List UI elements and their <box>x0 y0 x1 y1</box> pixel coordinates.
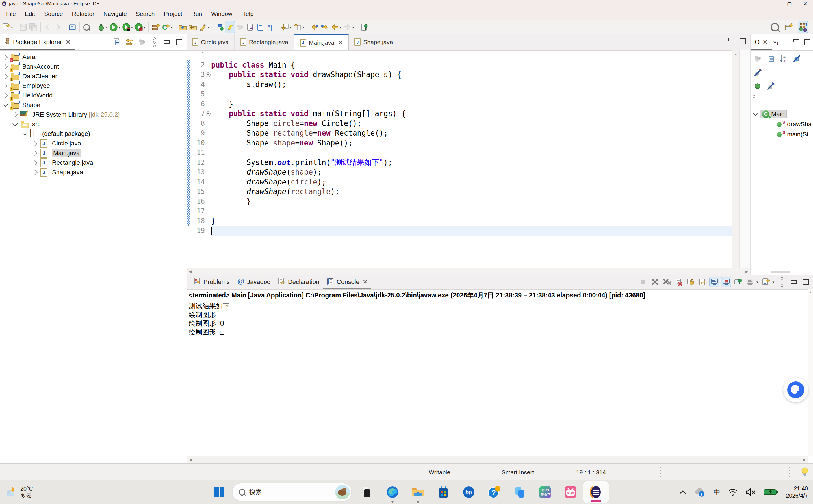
console-tab-problems[interactable]: Problems <box>190 275 233 289</box>
debug-icon[interactable] <box>96 21 106 33</box>
show-stderr-icon[interactable] <box>721 277 731 287</box>
tree-item-aera[interactable]: J✕Aera <box>0 52 187 62</box>
tree-item-shape[interactable]: J!Shape <box>0 100 187 110</box>
notification-bulb-icon[interactable] <box>801 467 809 479</box>
profile-dropdown-icon[interactable]: ▾ <box>144 25 146 29</box>
perspective-java-icon[interactable]: J <box>798 21 808 33</box>
taskbar-app-edge[interactable] <box>380 480 405 504</box>
console-vertical-scrollbar[interactable]: ▲ <box>808 289 813 456</box>
sort-az-icon[interactable]: az <box>779 53 788 64</box>
collapse-all-icon[interactable] <box>766 53 775 64</box>
prev-annotation-icon[interactable] <box>293 21 302 33</box>
tray-clock[interactable]: 21:40 2026/4/7 <box>786 485 808 499</box>
overview-ruler[interactable] <box>739 50 750 268</box>
chevron-right-icon[interactable] <box>32 141 37 146</box>
editor-tab-rectangle.java[interactable]: JRectangle.java <box>235 34 294 50</box>
menu-item-help[interactable]: Help <box>237 7 258 20</box>
menu-item-window[interactable]: Window <box>207 7 237 20</box>
tray-expand-icon[interactable] <box>679 490 686 494</box>
taskbar-weather[interactable]: 20°C 多云 <box>5 485 33 499</box>
outline-item-main[interactable]: CMain <box>751 109 813 119</box>
taskbar-app-file-explorer[interactable] <box>405 480 431 504</box>
chevron-down-icon[interactable] <box>22 131 27 136</box>
outline-view-menu[interactable] <box>751 92 813 105</box>
taskbar-app-bilibili[interactable]: bilibili <box>558 480 583 504</box>
chevron-right-icon[interactable] <box>32 170 37 175</box>
chevron-down-icon[interactable] <box>753 111 758 116</box>
new-class-dropdown-icon[interactable]: ▾ <box>171 25 173 29</box>
taskbar-app-task-view[interactable] <box>354 480 380 504</box>
taskbar-app-iqiyi[interactable]: iQIYI爱奇艺 <box>532 480 558 504</box>
display-console-icon[interactable] <box>745 277 755 287</box>
chevron-right-icon[interactable] <box>3 64 8 69</box>
menu-item-file[interactable]: File <box>2 7 20 20</box>
link-with-editor-icon[interactable] <box>125 38 134 46</box>
battery-charging-icon[interactable] <box>763 488 779 496</box>
console-tab-javadoc[interactable]: @Javadoc <box>233 275 274 289</box>
tree-item-src[interactable]: src <box>0 120 187 129</box>
scroll-left-icon[interactable]: ◀ <box>189 457 192 462</box>
paintbrush-icon[interactable] <box>198 21 208 33</box>
close-icon[interactable]: ✕ <box>363 278 368 286</box>
tree-item-jre-system-library[interactable]: JRE System Library [jdk-25.0.2] <box>0 110 187 120</box>
tree-item-shape-java[interactable]: JShape.java <box>0 168 187 177</box>
minimize-icon[interactable] <box>728 38 734 41</box>
minimize-icon[interactable] <box>793 39 799 42</box>
fold-collapse-icon[interactable] <box>205 72 211 77</box>
display-console-dropdown-icon[interactable]: ▾ <box>756 280 758 284</box>
start-button[interactable] <box>210 480 228 504</box>
last-edit-forward-icon[interactable] <box>320 21 329 33</box>
next-annotation-dropdown-icon[interactable]: ▾ <box>290 25 292 29</box>
tree-item-employee[interactable]: J!Employee <box>0 81 187 91</box>
taskbar-app-eclipse[interactable] <box>583 481 609 503</box>
back-dropdown-icon[interactable]: ▾ <box>340 25 342 29</box>
tree-item-bankaccount[interactable]: J!BankAccount <box>0 62 187 71</box>
focus-people-icon[interactable] <box>137 38 147 46</box>
menu-item-edit[interactable]: Edit <box>20 7 40 20</box>
tree-item-main-java[interactable]: JMain.java <box>0 148 187 158</box>
tab-package-explorer[interactable]: Package Explorer ✕ <box>0 34 75 50</box>
new-wizard-dropdown-icon[interactable]: ▾ <box>11 25 13 29</box>
minimize-button[interactable]: — <box>766 0 781 7</box>
menu-item-navigate[interactable]: Navigate <box>99 7 131 20</box>
close-icon[interactable]: ✕ <box>338 39 343 46</box>
view-menu-icon[interactable] <box>777 277 787 287</box>
create-task-icon[interactable] <box>215 21 225 33</box>
prev-annotation-dropdown-icon[interactable]: ▾ <box>302 25 304 29</box>
maximize-icon[interactable] <box>801 277 810 287</box>
tree-item-helloworld[interactable]: J!HelloWorld <box>0 91 187 100</box>
taskbar-app-store[interactable] <box>431 480 456 504</box>
chevron-down-icon[interactable] <box>12 121 18 126</box>
clear-console-icon[interactable] <box>674 277 684 287</box>
chevron-right-icon[interactable] <box>3 74 8 79</box>
hide-fields-icon[interactable]: F <box>792 53 801 64</box>
search-dialog-icon[interactable] <box>82 21 92 33</box>
terminate-icon[interactable] <box>638 277 648 287</box>
profile-icon[interactable] <box>134 21 144 33</box>
new-wizard-icon[interactable] <box>1 21 11 33</box>
pin-editor-icon[interactable] <box>359 21 369 33</box>
more-views-button[interactable]: »1 <box>773 39 779 46</box>
next-annotation-icon[interactable] <box>280 21 290 33</box>
fold-collapse-icon[interactable] <box>205 111 211 116</box>
remove-launch-icon[interactable] <box>650 277 660 287</box>
hide-local-icon[interactable]: L <box>766 81 775 92</box>
scroll-left-icon[interactable]: ◀ <box>189 269 192 274</box>
outline-item-main-st[interactable]: Smain(St <box>751 129 813 140</box>
code-editor[interactable]: 12public class Main {3 public static voi… <box>187 50 750 268</box>
console-view-icon[interactable] <box>68 21 77 33</box>
pin-console-icon[interactable] <box>733 277 743 287</box>
tab-outline[interactable]: O ✕ <box>751 34 772 50</box>
tree-item-rectangle-java[interactable]: JRectangle.java <box>0 158 187 168</box>
coverage-icon[interactable] <box>122 21 131 33</box>
close-icon[interactable]: ✕ <box>762 38 768 46</box>
maximize-icon[interactable] <box>804 39 810 45</box>
word-wrap-icon[interactable] <box>698 277 707 287</box>
search-highlight-image[interactable] <box>335 485 350 499</box>
close-icon[interactable]: ✕ <box>66 38 71 46</box>
wifi-icon[interactable] <box>728 488 738 496</box>
open-console-dropdown-icon[interactable]: ▾ <box>772 280 774 284</box>
scroll-lock-icon[interactable] <box>686 277 695 287</box>
remove-all-launches-icon[interactable] <box>662 277 672 287</box>
perspective-open-icon[interactable] <box>784 21 794 33</box>
